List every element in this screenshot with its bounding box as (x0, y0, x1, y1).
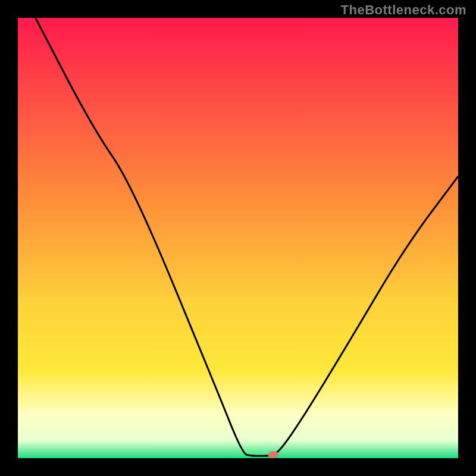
plot-area (18, 18, 458, 458)
watermark-text: TheBottleneck.com (341, 2, 466, 18)
chart-svg (18, 18, 458, 458)
optimal-point-marker (268, 451, 278, 458)
chart-frame: TheBottleneck.com (0, 0, 476, 476)
gradient-background (18, 18, 458, 458)
